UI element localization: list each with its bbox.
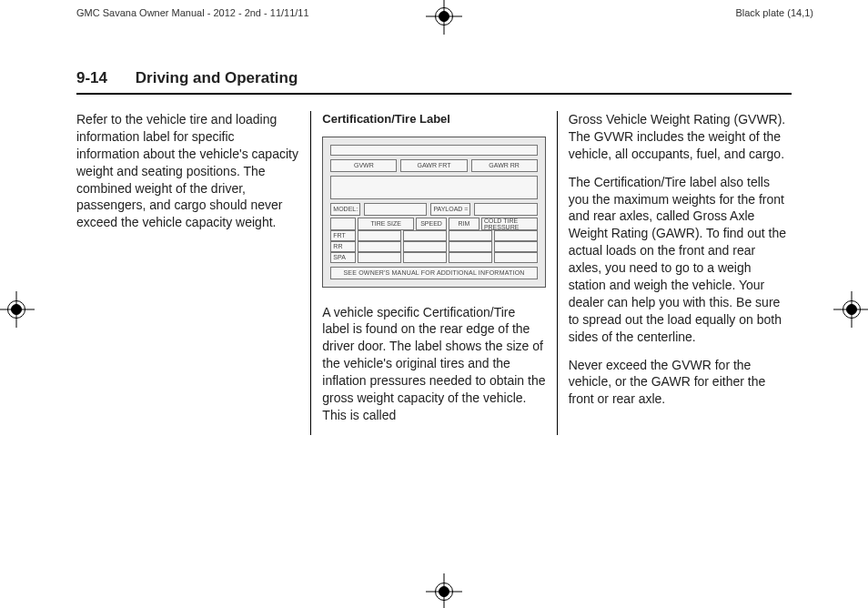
registration-mark-icon xyxy=(833,291,868,328)
column-2: Certification/Tire Label GVWR GAWR FRT G… xyxy=(310,111,556,435)
print-meta-header: GMC Savana Owner Manual - 2012 - 2nd - 1… xyxy=(76,7,813,18)
diagram-row-spa: SPA xyxy=(330,252,356,263)
section-title: Driving and Operating xyxy=(136,69,298,86)
diagram-field-model: MODEL: xyxy=(330,203,360,216)
diagram-field-speed: SPEED xyxy=(416,218,447,230)
column-1: Refer to the vehicle tire and loading in… xyxy=(76,111,310,435)
diagram-field-gvwr: GVWR xyxy=(330,159,397,172)
subheading: Certification/Tire Label xyxy=(322,111,545,127)
manual-id: GMC Savana Owner Manual - 2012 - 2nd - 1… xyxy=(76,7,309,18)
column-3: Gross Vehicle Weight Rating (GVWR). The … xyxy=(557,111,792,435)
body-text: A vehicle specific Certification/Tire la… xyxy=(322,304,545,424)
diagram-footer: SEE OWNER'S MANUAL FOR ADDITIONAL INFORM… xyxy=(330,267,537,279)
plate-id: Black plate (14,1) xyxy=(735,7,813,18)
certification-tire-label-diagram: GVWR GAWR FRT GAWR RR MODEL: PAYLOAD = T… xyxy=(322,137,545,288)
diagram-field-payload: PAYLOAD = xyxy=(430,203,470,216)
body-text: Refer to the vehicle tire and loading in… xyxy=(76,111,299,231)
diagram-row-frt: FRT xyxy=(330,230,356,241)
page-body: 9-14 Driving and Operating Refer to the … xyxy=(76,69,792,435)
diagram-field-gawr-frt: GAWR FRT xyxy=(400,159,467,172)
registration-mark-icon xyxy=(0,291,35,328)
registration-mark-icon xyxy=(426,573,462,608)
diagram-field-gawr-rr: GAWR RR xyxy=(471,159,538,172)
body-text: Gross Vehicle Weight Rating (GVWR). The … xyxy=(569,111,792,163)
body-text: Never exceed the GVWR for the vehicle, o… xyxy=(569,357,792,409)
diagram-field-pressure: COLD TIRE PRESSURE xyxy=(481,218,538,230)
body-text: The Certification/Tire label also tells … xyxy=(569,174,792,346)
diagram-row-rr: RR xyxy=(330,241,356,252)
section-header: 9-14 Driving and Operating xyxy=(76,69,792,95)
diagram-field-rim: RIM xyxy=(449,218,479,230)
page-number: 9-14 xyxy=(76,69,107,87)
diagram-field-tiresize: TIRE SIZE xyxy=(358,218,414,230)
content-columns: Refer to the vehicle tire and loading in… xyxy=(76,111,792,435)
